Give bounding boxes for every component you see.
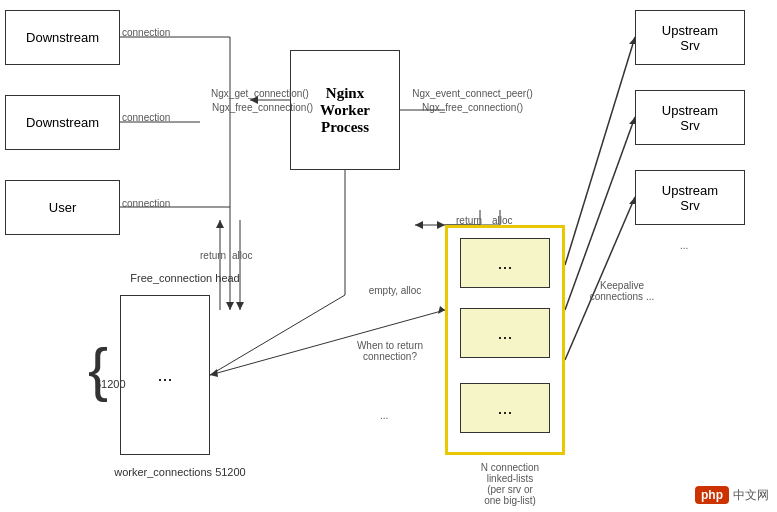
diagram-container: Downstream Downstream User Nginx Worker … (0, 0, 777, 512)
n-connection-label: N connectionlinked-lists(per srv orone b… (445, 462, 575, 506)
svg-marker-8 (216, 220, 224, 228)
downstream2-label: Downstream (26, 115, 99, 130)
nginx-label: Nginx Worker Process (320, 85, 370, 136)
return-left-label: return (200, 250, 226, 261)
dots-upstream-label: ... (680, 240, 688, 251)
linked-list-container: ... ... ... (445, 225, 565, 455)
user-box: User (5, 180, 120, 235)
connection-top-label: connection (122, 27, 170, 38)
upstream2-box: UpstreamSrv (635, 90, 745, 145)
free-connection-dots: ... (157, 365, 172, 386)
upstream1-label: UpstreamSrv (662, 23, 718, 53)
linked-list-item-3: ... (460, 383, 550, 433)
dots-mid-label: ... (380, 410, 388, 421)
upstream2-label: UpstreamSrv (662, 103, 718, 133)
ngx-event-label: Ngx_event_connect_peer() (400, 88, 545, 99)
worker-connections-label: worker_connections 51200 (100, 466, 260, 478)
downstream1-box: Downstream (5, 10, 120, 65)
ngx-get-label: Ngx_get_connection() (200, 88, 320, 99)
svg-line-24 (565, 197, 635, 360)
upstream1-box: UpstreamSrv (635, 10, 745, 65)
free-connection-head-label: Free_connection head (120, 272, 250, 284)
alloc-left-label: alloc (232, 250, 253, 261)
php-logo: php (695, 486, 729, 504)
svg-marker-6 (226, 302, 234, 310)
upstream3-box: UpstreamSrv (635, 170, 745, 225)
linked-list-item-1: ... (460, 238, 550, 288)
upstream3-label: UpstreamSrv (662, 183, 718, 213)
brace-symbol: { (88, 335, 108, 404)
keepalive-label: Keepalive connections ... (582, 280, 662, 302)
downstream1-label: Downstream (26, 30, 99, 45)
ngx-free2-label: Ngx_free_connection() (400, 102, 545, 113)
svg-marker-19 (437, 221, 445, 229)
svg-marker-16 (415, 221, 423, 229)
linked-list-item-2: ... (460, 308, 550, 358)
free-connection-box: ... (120, 295, 210, 455)
num-51200-label: 51200 (95, 378, 126, 390)
svg-marker-10 (236, 302, 244, 310)
svg-marker-27 (438, 306, 445, 314)
user-label: User (49, 200, 76, 215)
php-badge: php 中文网 (695, 486, 769, 504)
empty-alloc-label: empty, alloc (355, 285, 435, 296)
when-return-label: When to return connection? (345, 340, 435, 362)
svg-line-29 (210, 295, 345, 375)
ngx-free1-label: Ngx_free_connection() (200, 102, 325, 113)
downstream2-box: Downstream (5, 95, 120, 150)
cn-text: 中文网 (733, 487, 769, 504)
svg-line-20 (565, 37, 635, 265)
connection-bot-label: connection (122, 198, 170, 209)
svg-marker-30 (210, 369, 218, 377)
connection-mid-label: connection (122, 112, 170, 123)
